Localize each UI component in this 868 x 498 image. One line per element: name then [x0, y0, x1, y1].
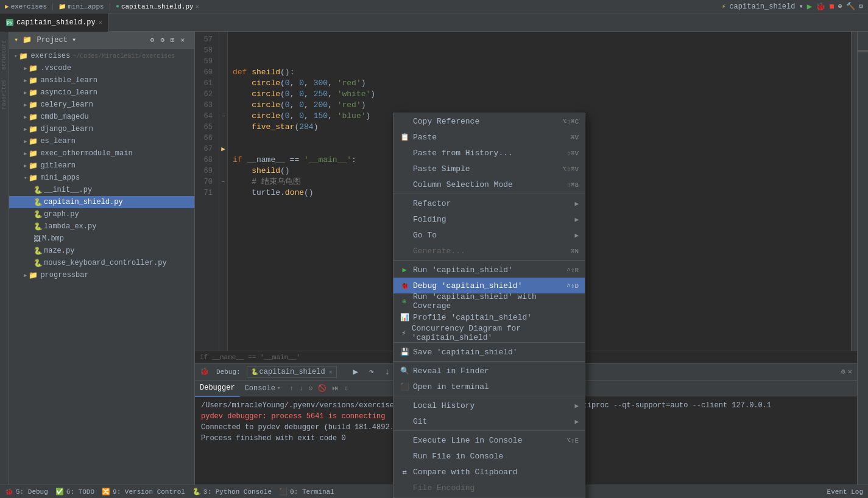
menu-column-selection[interactable]: Column Selection Mode ⇧⌘8: [393, 177, 585, 192]
debug-session-close[interactable]: ✕: [329, 368, 333, 376]
menu-profile[interactable]: 📊 Profile 'capitain_shield': [393, 309, 585, 325]
menu-execute-line[interactable]: Execute Line in Console ⌥⇧E: [393, 432, 585, 448]
status-version-control[interactable]: 🔀 9: Version Control: [102, 488, 185, 496]
debug-session-tab[interactable]: 🐍 capitain_shield ✕: [247, 366, 337, 378]
tab-capitain-shield[interactable]: ● capitain_shield.py ✕: [116, 3, 199, 10]
tree-mbmp[interactable]: 🖼 M.bmp: [9, 233, 194, 245]
menu-goto-label: Go To: [413, 231, 437, 240]
tree-exec[interactable]: ▶ 📁 exec_othermodule_main: [9, 147, 194, 160]
tab-exercises[interactable]: ▶ exercises: [5, 2, 47, 10]
menu-file-encoding[interactable]: File Encoding: [393, 480, 585, 496]
run-config-arrow[interactable]: ▾: [799, 2, 803, 11]
console-btn6[interactable]: ⇩: [342, 384, 350, 392]
tree-init[interactable]: 🐍 __init__.py: [9, 184, 194, 196]
console-btn1[interactable]: ↑: [288, 385, 295, 392]
tree-es[interactable]: ▶ 📁 es_learn: [9, 135, 194, 147]
menu-local-history[interactable]: Local History ▶: [393, 398, 585, 413]
menu-reveal-finder[interactable]: 🔍 Reveal in Finder: [393, 363, 585, 379]
tree-celery[interactable]: ▶ 📁 celery_learn: [9, 99, 194, 111]
coverage-button[interactable]: ⊕: [838, 2, 842, 11]
refactor-icon: [400, 198, 409, 208]
build-button[interactable]: 🔨: [846, 2, 855, 11]
tree-asyncio[interactable]: ▶ 📁 asyncio_learn: [9, 86, 194, 99]
menu-paste-history[interactable]: Paste from History... ⇧⌘V: [393, 145, 585, 161]
debug-resume[interactable]: ▶: [349, 365, 362, 379]
sep-1: [393, 194, 585, 194]
menu-run-file-console[interactable]: Run File in Console: [393, 448, 585, 464]
tree-lambda[interactable]: 🐍 lambda_ex.py: [9, 220, 194, 233]
tab-debugger[interactable]: Debugger: [195, 380, 240, 397]
paste-history-icon: [400, 148, 409, 158]
tree-cmdb[interactable]: ▶ 📁 cmdb_magedu: [9, 111, 194, 123]
editor-tab-close[interactable]: ✕: [99, 19, 102, 26]
editor-tab-capitain-shield[interactable]: py capitain_shield.py ✕: [0, 13, 109, 32]
menu-git[interactable]: Git ▶: [393, 413, 585, 429]
menu-paste-simple[interactable]: Paste Simple ⌥⇧⌘V: [393, 161, 585, 177]
sep-4: [393, 361, 585, 362]
vertical-scrollbar[interactable]: [851, 32, 857, 351]
settings-icon[interactable]: ⚙: [859, 2, 863, 11]
goto-icon: [400, 230, 409, 240]
console-btn4[interactable]: 🚫: [316, 384, 328, 392]
menu-concurrency[interactable]: ⚡ Concurrency Diagram for 'capitain_shie…: [393, 325, 585, 341]
menu-generate[interactable]: Generate... ⌘N: [393, 243, 585, 259]
line-numbers: 57 58 59 60 61 62 63 64 65 66 67 68 69 7…: [195, 32, 219, 351]
tree-capitain-shield[interactable]: 🐍 capitain_shield.py: [9, 196, 194, 208]
tree-maze[interactable]: 🐍 maze.py: [9, 245, 194, 257]
debug-step-into[interactable]: ↓: [381, 365, 394, 379]
console-btn2[interactable]: ↓: [297, 385, 305, 392]
git-arrow: ▶: [574, 418, 579, 426]
console-toolbar: ↑ ↓ ⊝ 🚫 ⏭ ⇩: [288, 384, 350, 392]
status-event-log[interactable]: Event Log: [827, 488, 863, 496]
status-todo[interactable]: ✅ 6: TODO: [55, 488, 94, 496]
menu-open-terminal[interactable]: ⬛ Open in terminal: [393, 379, 585, 395]
compare-icon: ⇄: [400, 467, 409, 477]
menu-copy-reference[interactable]: Copy Reference ⌥⇧⌘C: [393, 113, 585, 129]
project-close-icon[interactable]: ✕: [180, 36, 185, 44]
menu-run[interactable]: ▶ Run 'capitain_shield' ^⇧R: [393, 262, 585, 278]
console-btn3[interactable]: ⊝: [307, 384, 315, 392]
tree-vscode[interactable]: ▶ 📁 .vscode: [9, 62, 194, 74]
favorites-tab[interactable]: Favorites: [1, 77, 7, 112]
status-terminal[interactable]: ⬛ 0: Terminal: [279, 488, 334, 496]
menu-save[interactable]: 💾 Save 'capitain_shield': [393, 344, 585, 360]
generate-icon: [400, 246, 409, 256]
tab-console[interactable]: Console ▾: [240, 380, 286, 397]
debug-button[interactable]: 🐞: [816, 2, 825, 12]
status-debug[interactable]: 🐞 5: Debug: [5, 488, 48, 496]
tree-graph[interactable]: 🐍 graph.py: [9, 208, 194, 220]
stop-button[interactable]: ■: [829, 2, 834, 12]
right-icons-panel: [857, 32, 868, 485]
debug-shortcut: ^⇧D: [566, 282, 579, 290]
scrollbar-thumb[interactable]: [858, 50, 868, 52]
menu-folding[interactable]: Folding ▶: [393, 211, 585, 227]
tree-progressbar[interactable]: ▶ 📁 progressbar: [9, 269, 194, 281]
project-expand-icon[interactable]: ⊞: [171, 36, 175, 44]
run-icon: ▶: [400, 265, 409, 275]
debug-settings-icon[interactable]: ⚙: [841, 367, 845, 376]
tree-gitlearn[interactable]: ▶ 📁 gitlearn: [9, 160, 194, 172]
debug-status-label: 5: Debug: [16, 488, 48, 496]
menu-goto[interactable]: Go To ▶: [393, 227, 585, 243]
menu-debug[interactable]: 🐞 Debug 'capitain_shield' ^⇧D: [393, 278, 585, 293]
folding-icon: [400, 214, 409, 224]
structure-tab[interactable]: Structure: [1, 38, 7, 72]
project-gear-icon[interactable]: ⚙: [160, 36, 164, 44]
debug-step-over[interactable]: ↷: [365, 365, 378, 379]
console-btn5[interactable]: ⏭: [330, 384, 340, 392]
tree-django[interactable]: ▶ 📁 django_learn: [9, 123, 194, 135]
status-python-console[interactable]: 🐍 3: Python Console: [192, 488, 272, 496]
tab-mini-apps[interactable]: 📁 mini_apps: [58, 3, 104, 10]
menu-refactor[interactable]: Refactor ▶: [393, 195, 585, 211]
debug-close-icon[interactable]: ✕: [848, 367, 852, 376]
tree-mini-apps[interactable]: ▾ 📁 mini_apps: [9, 172, 194, 184]
tree-ansible[interactable]: ▶ 📁 ansible_learn: [9, 74, 194, 86]
tree-root-exercises[interactable]: ▾ 📁 exercises ~/Codes/MiracleGit/exercis…: [9, 50, 194, 62]
menu-paste[interactable]: 📋 Paste ⌘V: [393, 129, 585, 145]
menu-concurrency-label: Concurrency Diagram for 'capitain_shield…: [412, 324, 579, 342]
run-button[interactable]: ▶: [807, 1, 812, 12]
tree-mouse-keyboard[interactable]: 🐍 mouse_keyboard_controller.py: [9, 257, 194, 269]
menu-compare-clipboard[interactable]: ⇄ Compare with Clipboard: [393, 464, 585, 480]
menu-run-coverage[interactable]: ⊕ Run 'capitain_shield' with Coverage: [393, 293, 585, 309]
project-settings-icon[interactable]: ⚙: [150, 36, 155, 44]
